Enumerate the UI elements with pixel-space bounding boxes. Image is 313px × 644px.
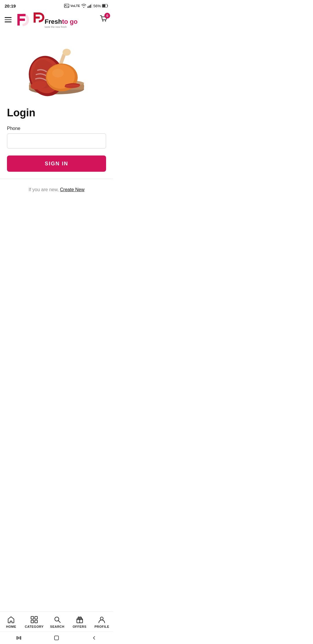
logo: Freshto go taste the new fresh (15, 11, 78, 28)
phone-input[interactable] (7, 133, 106, 149)
hamburger-line-2 (5, 19, 12, 20)
sign-in-button[interactable]: SIGN IN (7, 155, 106, 172)
signal-icon (88, 4, 92, 8)
svg-rect-5 (91, 4, 92, 8)
cart-badge: 0 (104, 13, 110, 19)
hero-image (7, 29, 106, 104)
battery-icon (102, 4, 108, 8)
logo-tagline: taste the new fresh (45, 26, 78, 28)
svg-rect-3 (89, 6, 90, 8)
logo-f-icon (32, 11, 45, 24)
phone-label: Phone (7, 126, 106, 131)
divider (0, 179, 113, 179)
login-heading: Login (7, 107, 106, 119)
main-content: Login Phone SIGN IN If you are new, Crea… (0, 29, 113, 277)
svg-rect-4 (90, 5, 91, 8)
hamburger-line-3 (5, 21, 12, 22)
status-icons: VoLTE 56% (64, 4, 108, 8)
status-bar: 20:19 VoLTE 56% (0, 0, 113, 10)
volte-indicator: VoLTE (70, 4, 80, 8)
create-new-link[interactable]: Create New (60, 187, 84, 192)
cart-button[interactable]: 0 (99, 15, 108, 25)
new-user-text: If you are new, (29, 187, 60, 192)
logo-text: Freshto go (45, 18, 78, 25)
wifi-icon (81, 4, 86, 8)
food-illustration (19, 35, 94, 99)
create-new-text: If you are new, Create New (7, 187, 106, 192)
image-icon (64, 4, 69, 8)
svg-point-21 (52, 69, 64, 77)
header: Freshto go taste the new fresh 0 (0, 10, 113, 29)
svg-point-18 (63, 49, 71, 56)
phone-form-group: Phone (7, 126, 106, 149)
hamburger-line-1 (5, 17, 12, 18)
battery-percent: 56% (93, 4, 101, 8)
svg-point-11 (105, 20, 106, 21)
status-time: 20:19 (5, 3, 16, 8)
svg-rect-7 (103, 5, 105, 7)
logo-icon (15, 12, 30, 27)
svg-point-10 (102, 20, 103, 21)
header-left: Freshto go taste the new fresh (5, 11, 78, 28)
svg-rect-2 (88, 6, 88, 8)
hamburger-menu[interactable] (5, 17, 12, 22)
